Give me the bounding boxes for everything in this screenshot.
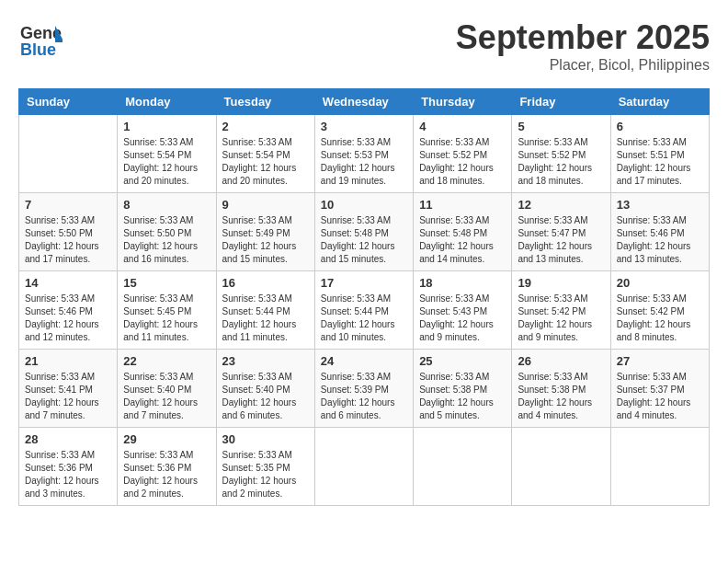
day-info: Sunrise: 5:33 AMSunset: 5:45 PMDaylight:…	[123, 293, 210, 344]
day-number: 22	[123, 354, 210, 368]
day-number: 9	[222, 198, 309, 212]
calendar-week-4: 21Sunrise: 5:33 AMSunset: 5:41 PMDayligh…	[19, 350, 710, 428]
day-info: Sunrise: 5:33 AMSunset: 5:50 PMDaylight:…	[25, 214, 111, 266]
calendar-dow-sunday: Sunday	[19, 89, 118, 115]
logo: General Blue	[18, 18, 66, 63]
day-info: Sunrise: 5:33 AMSunset: 5:53 PMDaylight:…	[321, 136, 407, 188]
calendar-cell: 1Sunrise: 5:33 AMSunset: 5:54 PMDaylight…	[118, 115, 216, 193]
calendar-cell: 3Sunrise: 5:33 AMSunset: 5:53 PMDaylight…	[314, 115, 413, 193]
day-info: Sunrise: 5:33 AMSunset: 5:43 PMDaylight:…	[419, 293, 506, 344]
day-number: 17	[321, 276, 407, 290]
svg-text:Blue: Blue	[20, 40, 56, 59]
day-info: Sunrise: 5:33 AMSunset: 5:38 PMDaylight:…	[419, 371, 506, 422]
calendar-cell: 22Sunrise: 5:33 AMSunset: 5:40 PMDayligh…	[118, 350, 216, 428]
calendar-cell: 27Sunrise: 5:33 AMSunset: 5:37 PMDayligh…	[610, 350, 709, 428]
day-number: 18	[419, 276, 506, 290]
day-number: 11	[419, 198, 506, 212]
day-info: Sunrise: 5:33 AMSunset: 5:42 PMDaylight:…	[617, 293, 703, 344]
calendar-cell: 5Sunrise: 5:33 AMSunset: 5:52 PMDaylight…	[512, 115, 610, 193]
day-info: Sunrise: 5:33 AMSunset: 5:42 PMDaylight:…	[518, 293, 604, 344]
calendar-dow-thursday: Thursday	[414, 89, 512, 115]
day-number: 8	[123, 198, 210, 212]
day-info: Sunrise: 5:33 AMSunset: 5:41 PMDaylight:…	[25, 371, 111, 422]
calendar-cell: 14Sunrise: 5:33 AMSunset: 5:46 PMDayligh…	[19, 271, 118, 350]
day-number: 21	[25, 354, 111, 368]
title-block: September 2025 Placer, Bicol, Philippine…	[456, 18, 710, 74]
day-number: 19	[518, 276, 604, 290]
day-number: 13	[617, 198, 703, 212]
day-number: 26	[518, 354, 604, 368]
calendar-cell: 10Sunrise: 5:33 AMSunset: 5:48 PMDayligh…	[314, 193, 413, 271]
logo-icon: General Blue	[18, 18, 63, 63]
calendar-week-3: 14Sunrise: 5:33 AMSunset: 5:46 PMDayligh…	[19, 271, 710, 350]
day-number: 15	[123, 276, 210, 290]
calendar-dow-monday: Monday	[118, 89, 216, 115]
calendar-cell: 16Sunrise: 5:33 AMSunset: 5:44 PMDayligh…	[216, 271, 314, 350]
calendar-cell: 2Sunrise: 5:33 AMSunset: 5:54 PMDaylight…	[216, 115, 314, 193]
day-number: 3	[321, 120, 407, 133]
calendar-cell	[512, 428, 610, 506]
calendar-cell: 30Sunrise: 5:33 AMSunset: 5:35 PMDayligh…	[216, 428, 314, 506]
day-number: 14	[25, 276, 111, 290]
calendar-week-5: 28Sunrise: 5:33 AMSunset: 5:36 PMDayligh…	[19, 428, 710, 506]
day-number: 12	[518, 198, 604, 212]
calendar-cell: 17Sunrise: 5:33 AMSunset: 5:44 PMDayligh…	[314, 271, 413, 350]
calendar-cell	[314, 428, 413, 506]
day-number: 10	[321, 198, 407, 212]
day-number: 24	[321, 354, 407, 368]
calendar-cell: 23Sunrise: 5:33 AMSunset: 5:40 PMDayligh…	[216, 350, 314, 428]
calendar-cell: 8Sunrise: 5:33 AMSunset: 5:50 PMDaylight…	[118, 193, 216, 271]
day-info: Sunrise: 5:33 AMSunset: 5:49 PMDaylight:…	[222, 214, 309, 266]
page-header: General Blue September 2025 Placer, Bico…	[18, 18, 710, 74]
day-number: 5	[518, 120, 604, 133]
day-number: 7	[25, 198, 111, 212]
day-info: Sunrise: 5:33 AMSunset: 5:44 PMDaylight:…	[222, 293, 309, 344]
page-subtitle: Placer, Bicol, Philippines	[456, 57, 710, 74]
calendar-cell: 20Sunrise: 5:33 AMSunset: 5:42 PMDayligh…	[610, 271, 709, 350]
day-number: 6	[617, 120, 703, 133]
calendar-cell: 11Sunrise: 5:33 AMSunset: 5:48 PMDayligh…	[414, 193, 512, 271]
day-info: Sunrise: 5:33 AMSunset: 5:36 PMDaylight:…	[25, 449, 111, 500]
calendar-week-1: 1Sunrise: 5:33 AMSunset: 5:54 PMDaylight…	[19, 115, 710, 193]
day-info: Sunrise: 5:33 AMSunset: 5:38 PMDaylight:…	[518, 371, 604, 422]
calendar-cell: 26Sunrise: 5:33 AMSunset: 5:38 PMDayligh…	[512, 350, 610, 428]
calendar-cell: 25Sunrise: 5:33 AMSunset: 5:38 PMDayligh…	[414, 350, 512, 428]
day-info: Sunrise: 5:33 AMSunset: 5:40 PMDaylight:…	[222, 371, 309, 422]
day-info: Sunrise: 5:33 AMSunset: 5:46 PMDaylight:…	[617, 214, 703, 266]
day-info: Sunrise: 5:33 AMSunset: 5:47 PMDaylight:…	[518, 214, 604, 266]
calendar-cell: 28Sunrise: 5:33 AMSunset: 5:36 PMDayligh…	[19, 428, 118, 506]
day-info: Sunrise: 5:33 AMSunset: 5:46 PMDaylight:…	[25, 293, 111, 344]
calendar-cell: 9Sunrise: 5:33 AMSunset: 5:49 PMDaylight…	[216, 193, 314, 271]
calendar-dow-wednesday: Wednesday	[314, 89, 413, 115]
calendar-cell: 18Sunrise: 5:33 AMSunset: 5:43 PMDayligh…	[414, 271, 512, 350]
day-info: Sunrise: 5:33 AMSunset: 5:52 PMDaylight:…	[518, 136, 604, 188]
day-info: Sunrise: 5:33 AMSunset: 5:37 PMDaylight:…	[617, 371, 703, 422]
day-number: 16	[222, 276, 309, 290]
day-info: Sunrise: 5:33 AMSunset: 5:39 PMDaylight:…	[321, 371, 407, 422]
day-info: Sunrise: 5:33 AMSunset: 5:48 PMDaylight:…	[321, 214, 407, 266]
calendar-cell	[19, 115, 118, 193]
day-number: 30	[222, 432, 309, 446]
day-info: Sunrise: 5:33 AMSunset: 5:54 PMDaylight:…	[222, 136, 309, 188]
day-info: Sunrise: 5:33 AMSunset: 5:36 PMDaylight:…	[123, 449, 210, 500]
day-info: Sunrise: 5:33 AMSunset: 5:44 PMDaylight:…	[321, 293, 407, 344]
calendar-dow-saturday: Saturday	[610, 89, 709, 115]
day-info: Sunrise: 5:33 AMSunset: 5:50 PMDaylight:…	[123, 214, 210, 266]
calendar-cell: 21Sunrise: 5:33 AMSunset: 5:41 PMDayligh…	[19, 350, 118, 428]
day-number: 4	[419, 120, 506, 133]
calendar-cell: 7Sunrise: 5:33 AMSunset: 5:50 PMDaylight…	[19, 193, 118, 271]
calendar-cell: 29Sunrise: 5:33 AMSunset: 5:36 PMDayligh…	[118, 428, 216, 506]
calendar-dow-friday: Friday	[512, 89, 610, 115]
calendar-cell: 24Sunrise: 5:33 AMSunset: 5:39 PMDayligh…	[314, 350, 413, 428]
day-info: Sunrise: 5:33 AMSunset: 5:48 PMDaylight:…	[419, 214, 506, 266]
day-info: Sunrise: 5:33 AMSunset: 5:51 PMDaylight:…	[617, 136, 703, 188]
calendar-header-row: SundayMondayTuesdayWednesdayThursdayFrid…	[19, 89, 710, 115]
calendar-table: SundayMondayTuesdayWednesdayThursdayFrid…	[18, 88, 710, 506]
day-info: Sunrise: 5:33 AMSunset: 5:54 PMDaylight:…	[123, 136, 210, 188]
calendar-cell: 6Sunrise: 5:33 AMSunset: 5:51 PMDaylight…	[610, 115, 709, 193]
calendar-dow-tuesday: Tuesday	[216, 89, 314, 115]
calendar-cell: 12Sunrise: 5:33 AMSunset: 5:47 PMDayligh…	[512, 193, 610, 271]
day-number: 2	[222, 120, 309, 133]
calendar-week-2: 7Sunrise: 5:33 AMSunset: 5:50 PMDaylight…	[19, 193, 710, 271]
day-number: 20	[617, 276, 703, 290]
